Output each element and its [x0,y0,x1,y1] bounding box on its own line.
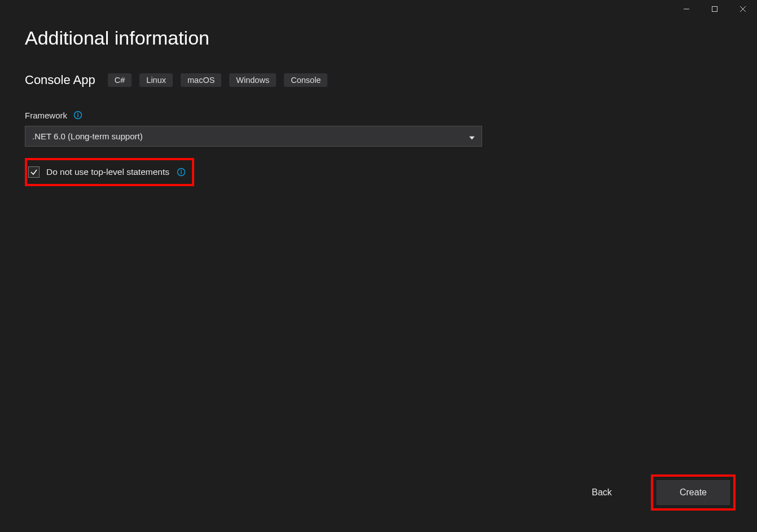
tag-console: Console [284,73,327,87]
framework-select[interactable]: .NET 6.0 (Long-term support) [25,126,482,147]
back-button[interactable]: Back [565,480,638,505]
info-icon [73,111,82,120]
tag-windows: Windows [229,73,276,87]
svg-point-9 [181,170,182,171]
check-icon [30,168,38,176]
project-template-row: Console App C# Linux macOS Windows Conso… [25,73,732,87]
framework-info-button[interactable] [73,110,83,120]
svg-point-5 [77,113,78,114]
framework-label-row: Framework [25,110,732,120]
top-level-statements-label: Do not use top-level statements [46,167,169,177]
framework-selected-value: .NET 6.0 (Long-term support) [32,131,143,141]
create-button[interactable]: Create [657,480,730,505]
back-button-label: Back [592,487,612,498]
create-button-wrap: Create [654,478,732,507]
top-level-statements-checkbox[interactable] [28,166,40,178]
top-level-statements-info-button[interactable] [176,167,186,177]
project-template-tags: C# Linux macOS Windows Console [108,73,328,87]
project-template-name: Console App [25,73,95,87]
top-level-statements-row: Do not use top-level statements [25,158,194,186]
wizard-page: Additional information Console App C# Li… [0,0,757,532]
tag-linux: Linux [139,73,173,87]
chevron-down-icon [469,131,475,141]
svg-rect-6 [77,115,78,117]
wizard-footer: Back Create [565,478,732,507]
tag-macos: macOS [181,73,221,87]
svg-rect-10 [181,172,182,174]
svg-marker-7 [469,136,475,139]
create-button-label: Create [680,487,707,498]
framework-label: Framework [25,111,67,120]
page-title: Additional information [25,27,732,49]
tag-csharp: C# [108,73,132,87]
info-icon [177,168,186,177]
